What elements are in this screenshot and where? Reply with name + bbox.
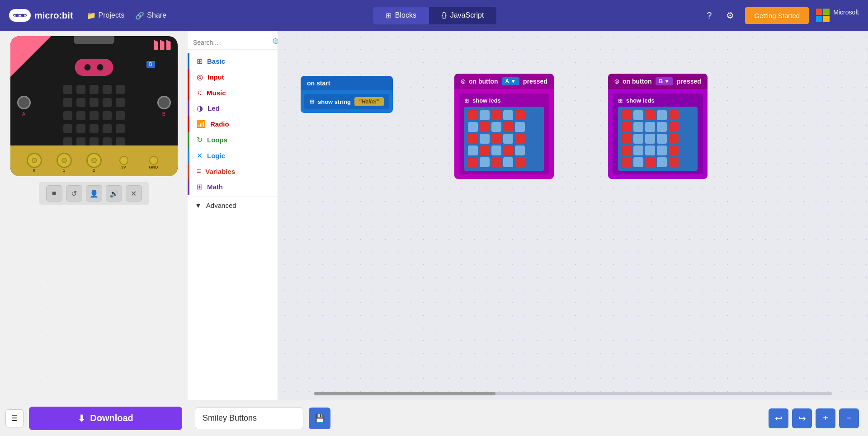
category-logic[interactable]: ✕ Logic <box>188 148 278 164</box>
button-a-block[interactable]: ◎ on button A ▼ pressed ⊞ show leds <box>454 74 554 179</box>
led-b-15 <box>622 145 632 155</box>
category-loops[interactable]: ↻ Loops <box>188 132 278 148</box>
bottom-bar: ☰ ⬇ Download 💾 ↩ ↪ + − <box>0 400 868 436</box>
selector-b[interactable]: B ▼ <box>656 77 674 85</box>
led-a-1 <box>480 110 490 120</box>
led-b-7 <box>645 122 655 132</box>
person-button[interactable]: 👤 <box>86 185 102 202</box>
help-button[interactable]: ? <box>703 9 715 23</box>
undo-button[interactable]: ↩ <box>769 408 788 428</box>
led <box>90 85 99 94</box>
show-leds-b-header: ⊞ show leds <box>618 97 698 104</box>
mode-switcher-container: ⊞ Blocks {} JavaScript <box>166 7 703 24</box>
led-b-24 <box>669 157 679 167</box>
stop-button[interactable]: ■ <box>46 185 62 202</box>
restart-button[interactable]: ↺ <box>66 185 82 202</box>
pin-circle-2[interactable] <box>86 153 102 168</box>
ms-yellow <box>823 16 830 22</box>
header-right: ? ⚙ Getting Started Microsoft <box>703 7 859 24</box>
show-leds-b-label: show leds <box>626 97 655 104</box>
btn-a-header: ◎ on button A ▼ pressed <box>454 74 554 89</box>
projects-nav[interactable]: 📁 Projects <box>87 11 125 20</box>
selector-a-arrow: ▼ <box>510 78 516 84</box>
pin-circle-0[interactable] <box>27 153 42 168</box>
button-b[interactable] <box>157 96 171 109</box>
category-music[interactable]: ♫ Music <box>188 85 278 100</box>
zoom-out-button[interactable]: − <box>839 408 859 428</box>
project-name-input[interactable] <box>195 408 303 429</box>
share-label: Share <box>147 11 166 19</box>
loops-label: Loops <box>207 136 227 144</box>
getting-started-label: Getting Started <box>754 12 800 19</box>
led <box>76 85 85 94</box>
category-math[interactable]: ⊞ Math <box>188 179 278 195</box>
logo[interactable]: micro:bit <box>9 9 73 22</box>
radio-icon: 📶 <box>197 120 206 128</box>
pin-circle-3v[interactable] <box>119 156 128 165</box>
save-button[interactable]: 💾 <box>309 408 330 429</box>
blocks-label: Blocks <box>395 11 416 19</box>
share-nav[interactable]: 🔗 Share <box>135 11 166 20</box>
led <box>116 98 125 107</box>
on-start-header: on start <box>301 76 393 90</box>
variables-label: Variables <box>205 168 235 175</box>
ms-green <box>823 9 830 15</box>
workspace-scrollbar[interactable] <box>314 392 832 395</box>
search-bar: 🔍 <box>188 35 278 50</box>
redo-button[interactable]: ↪ <box>792 408 812 428</box>
pin-circle-1[interactable] <box>57 153 72 168</box>
search-input[interactable] <box>193 39 272 46</box>
search-button[interactable]: 🔍 <box>272 38 278 47</box>
btn-a-body: ⊞ show leds <box>454 89 554 179</box>
button-b-block[interactable]: ◎ on button B ▼ pressed ⊞ show leds <box>608 74 708 179</box>
led-a-7 <box>491 122 501 132</box>
led <box>90 124 99 133</box>
download-toggle-button[interactable]: ☰ <box>5 409 24 427</box>
led-a-12 <box>491 134 501 144</box>
javascript-mode-button[interactable]: {} JavaScript <box>429 7 496 24</box>
workspace[interactable]: on start ⊞ show string "Hello!" ◎ on but… <box>278 31 868 400</box>
led-a-17 <box>491 145 501 155</box>
target-icon-a: ◎ <box>461 78 465 84</box>
led-a-2 <box>491 110 501 120</box>
download-button[interactable]: ⬇ Download <box>29 407 182 430</box>
led <box>63 98 72 107</box>
pin-circle-gnd[interactable] <box>149 156 158 165</box>
category-basic[interactable]: ⊞ Basic <box>188 53 278 69</box>
led-label: Led <box>208 104 220 112</box>
pin-teeth <box>10 145 178 150</box>
settings-button[interactable]: ⚙ <box>722 8 738 23</box>
share-icon: 🔗 <box>135 11 144 20</box>
button-a[interactable] <box>17 96 31 109</box>
btn-b-header: ◎ on button B ▼ pressed <box>608 74 708 89</box>
pressed-a-label: pressed <box>523 78 547 85</box>
pin-inner-0 <box>32 158 37 163</box>
category-input[interactable]: ◎ Input <box>188 69 278 85</box>
on-button-a-label: on button <box>469 78 498 85</box>
led-b-13 <box>657 134 667 144</box>
led <box>103 85 112 94</box>
led <box>63 124 72 133</box>
pin-label-2: 2 <box>93 168 95 173</box>
on-start-block[interactable]: on start ⊞ show string "Hello!" <box>301 76 393 113</box>
category-led[interactable]: ◑ Led <box>188 100 278 116</box>
category-advanced[interactable]: ▼ Advanced <box>188 197 278 214</box>
loops-icon: ↻ <box>197 136 203 144</box>
header: micro:bit 📁 Projects 🔗 Share ⊞ Blocks {}… <box>0 0 868 31</box>
getting-started-button[interactable]: Getting Started <box>745 7 809 24</box>
pin-3v: 3V <box>109 156 139 169</box>
show-leds-a-header: ⊞ show leds <box>464 97 544 104</box>
led-a-23 <box>503 157 513 167</box>
selector-a-label: A <box>505 78 509 84</box>
led-b-6 <box>633 122 643 132</box>
category-radio[interactable]: 📶 Radio <box>188 116 278 132</box>
category-variables[interactable]: ≡ Variables <box>188 164 278 179</box>
sound-button[interactable]: 🔊 <box>106 185 122 202</box>
zoom-in-button[interactable]: + <box>816 408 835 428</box>
led <box>116 137 125 146</box>
close-button[interactable]: ✕ <box>126 185 142 202</box>
on-start-label: on start <box>307 80 330 87</box>
led-b-11 <box>633 134 643 144</box>
selector-a[interactable]: A ▼ <box>502 77 520 85</box>
blocks-mode-button[interactable]: ⊞ Blocks <box>373 7 429 24</box>
